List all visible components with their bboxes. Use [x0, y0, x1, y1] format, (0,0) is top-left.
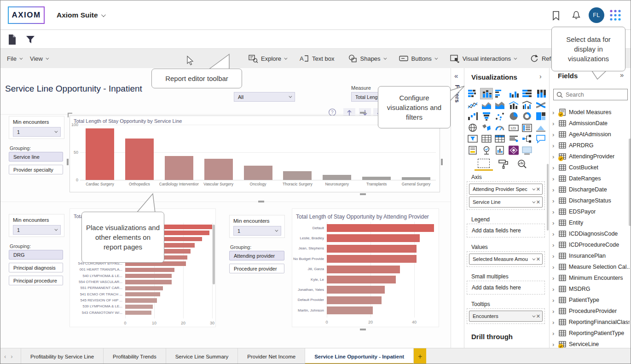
callout-text: Select data for display in visualization… [555, 35, 622, 64]
callout-pointers [0, 0, 631, 364]
callout-configure-visualizations: Configure visualizations and filters [378, 86, 451, 128]
callout-place-visualizations: Place visualizations and other elements … [81, 212, 164, 263]
callout-select-data: Select data for display in visualization… [551, 27, 625, 71]
callout-text: Place visualizations and other elements … [86, 223, 160, 252]
app-window: AXIOM Axiom Suite FL File V [0, 0, 631, 364]
callout-report-editor-toolbar: Report editor toolbar [151, 69, 242, 88]
mouse-cursor [187, 56, 194, 66]
callout-text: Configure visualizations and filters [381, 93, 447, 122]
callout-text: Report editor toolbar [165, 74, 228, 83]
